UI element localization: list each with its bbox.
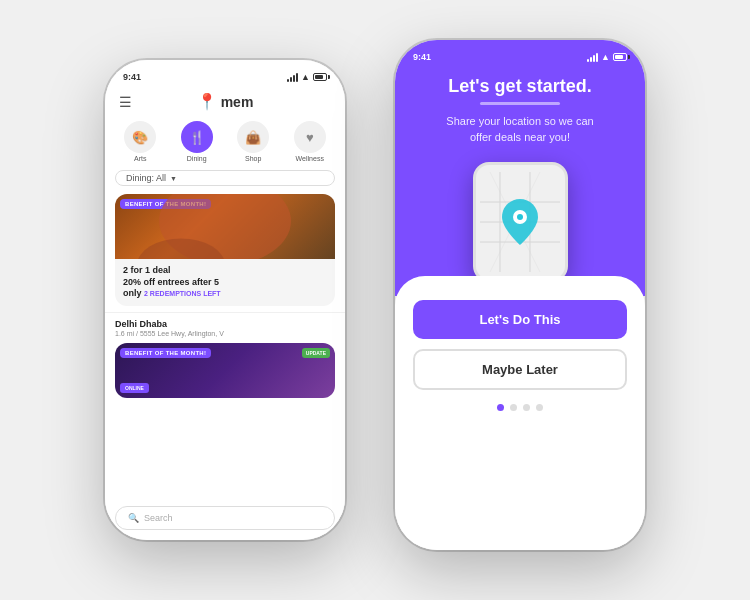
front-bottom-area: Let's Do This Maybe Later: [395, 276, 645, 550]
title-underline: [480, 102, 560, 105]
deal-card-2[interactable]: BENEFIT OF THE MONTH! UPDATE ONLINE: [115, 343, 335, 398]
dot-3: [523, 404, 530, 411]
front-status-icons: ▲: [587, 52, 627, 62]
redemptions-badge: 2 REDEMPTIONS LEFT: [144, 290, 221, 297]
front-battery-icon: [613, 53, 627, 61]
wellness-icon: ♥: [294, 121, 326, 153]
search-icon: 🔍: [128, 513, 139, 523]
front-time: 9:41: [413, 52, 431, 62]
back-time: 9:41: [123, 72, 141, 82]
online-badge: ONLINE: [120, 383, 149, 393]
dining-label: Dining: [187, 155, 207, 162]
back-header: ☰ 📍 mem: [105, 88, 345, 115]
chevron-down-icon: ▼: [170, 175, 177, 182]
dot-1: [497, 404, 504, 411]
front-subtitle: Share your location so we canoffer deals…: [413, 113, 627, 146]
front-status-bar: 9:41 ▲: [395, 40, 645, 68]
front-screen: Let's get started. Share your location s…: [395, 68, 645, 550]
menu-icon[interactable]: ☰: [119, 94, 132, 110]
cat-arts[interactable]: 🎨 Arts: [124, 121, 156, 162]
scene: 9:41 ▲ ☰ 📍: [75, 20, 675, 580]
deal-card-1[interactable]: BENEFIT OF THE MONTH! 2 for 1 deal20% of…: [115, 194, 335, 306]
deal-image-1: BENEFIT OF THE MONTH!: [115, 194, 335, 259]
dot-4: [536, 404, 543, 411]
dining-icon: 🍴: [181, 121, 213, 153]
wifi-icon: ▲: [301, 72, 310, 82]
search-bar[interactable]: 🔍 Search: [115, 506, 335, 530]
maybe-later-button[interactable]: Maybe Later: [413, 349, 627, 390]
benefit-badge-1: BENEFIT OF THE MONTH!: [120, 199, 211, 209]
dots-navigation: [413, 404, 627, 411]
deal-info-1: 2 for 1 deal20% off entrees after 5only …: [115, 259, 335, 306]
arts-icon: 🎨: [124, 121, 156, 153]
front-wifi-icon: ▲: [601, 52, 610, 62]
phone-front: 9:41 ▲ Let's get started. Share your: [395, 40, 645, 550]
logo-pin-icon: 📍: [197, 92, 217, 111]
front-signal-icon: [587, 52, 598, 62]
lets-do-this-button[interactable]: Let's Do This: [413, 300, 627, 339]
search-placeholder: Search: [144, 513, 173, 523]
deal-image-2: BENEFIT OF THE MONTH! UPDATE ONLINE: [115, 343, 335, 398]
filter-text: Dining: All: [126, 173, 166, 183]
location-pin-icon: [500, 197, 540, 247]
deal-title-1: 2 for 1 deal20% off entrees after 5only …: [123, 265, 327, 300]
shop-label: Shop: [245, 155, 261, 162]
front-title: Let's get started.: [413, 76, 627, 98]
cat-wellness[interactable]: ♥ Wellness: [294, 121, 326, 162]
categories-row: 🎨 Arts 🍴 Dining 👜 Shop ♥ Wellness: [105, 115, 345, 168]
restaurant-name: Delhi Dhaba: [115, 319, 335, 329]
svg-point-8: [517, 214, 523, 220]
battery-icon: [313, 73, 327, 81]
update-badge: UPDATE: [302, 348, 330, 358]
cat-shop[interactable]: 👜 Shop: [237, 121, 269, 162]
logo-text: mem: [221, 94, 254, 110]
back-status-bar: 9:41 ▲: [105, 60, 345, 88]
shop-icon: 👜: [237, 121, 269, 153]
restaurant-details: 1.6 mi / 5555 Lee Hwy, Arlington, V: [115, 330, 335, 337]
inner-phone-screen: [480, 172, 560, 272]
phone-back: 9:41 ▲ ☰ 📍: [105, 60, 345, 540]
signal-icon: [287, 72, 298, 82]
back-status-icons: ▲: [287, 72, 327, 82]
back-logo: 📍 mem: [197, 92, 254, 111]
inner-phone-mockup: [473, 162, 568, 282]
front-purple-area: Let's get started. Share your location s…: [395, 68, 645, 296]
restaurant-row[interactable]: Delhi Dhaba 1.6 mi / 5555 Lee Hwy, Arlin…: [105, 312, 345, 343]
arts-label: Arts: [134, 155, 146, 162]
benefit-badge-2: BENEFIT OF THE MONTH!: [120, 348, 211, 358]
wellness-label: Wellness: [296, 155, 324, 162]
filter-pill[interactable]: Dining: All ▼: [115, 170, 335, 186]
dot-2: [510, 404, 517, 411]
cat-dining[interactable]: 🍴 Dining: [181, 121, 213, 162]
